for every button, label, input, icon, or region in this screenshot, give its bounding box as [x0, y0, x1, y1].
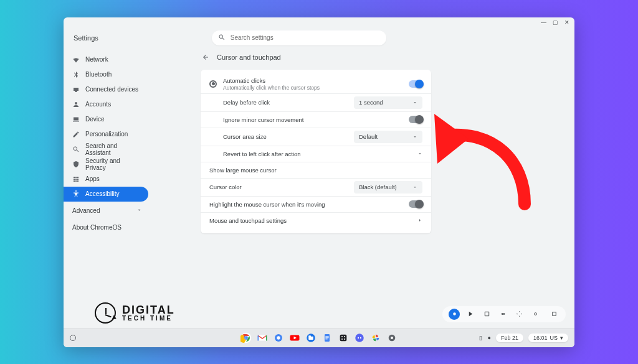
select-cursor-color[interactable]: Black (default)	[354, 181, 422, 194]
toggle-highlight-moving[interactable]	[409, 200, 422, 208]
svg-point-28	[391, 337, 393, 339]
svg-rect-17	[325, 337, 328, 338]
status-pill-time[interactable]: 16:01 US ▾	[528, 334, 568, 342]
select-delay[interactable]: 1 second	[354, 96, 422, 109]
quick-autoclick-button[interactable]	[449, 309, 460, 320]
docs-icon[interactable]	[321, 332, 333, 343]
quick-dock-icon[interactable]	[548, 309, 559, 320]
svg-rect-13	[308, 337, 313, 340]
chevron-down-icon	[412, 100, 417, 105]
row-automatic-clicks: Automatic clicks Automatically click whe…	[201, 75, 431, 93]
sidebar-item-device[interactable]: Device	[64, 112, 151, 127]
radio-selected-icon	[209, 80, 217, 88]
accessibility-quick-menu	[442, 306, 566, 322]
sidebar-item-label: Accounts	[85, 101, 111, 108]
toggle-automatic-clicks[interactable]	[409, 80, 422, 88]
gmail-icon[interactable]	[257, 332, 268, 343]
photos-icon[interactable]	[370, 332, 381, 343]
sidebar-item-search-assistant[interactable]: Search and Assistant	[64, 142, 151, 157]
sidebar-item-label: Bluetooth	[85, 71, 112, 78]
svg-point-0	[453, 312, 456, 315]
setting-label: Revert to left click after action	[223, 151, 301, 157]
toggle-ignore-minor[interactable]	[409, 116, 422, 123]
chevron-down-icon	[412, 134, 417, 139]
row-delay-before-click: Delay before click 1 second	[201, 93, 431, 111]
sidebar-about[interactable]: About ChromeOS	[64, 217, 151, 238]
sidebar-item-label: Apps	[85, 175, 100, 182]
app-title: Settings	[71, 34, 98, 42]
svg-rect-18	[325, 338, 327, 339]
clock-logo-icon	[95, 302, 116, 324]
setting-label: Mouse and touchpad settings	[209, 217, 287, 224]
setting-label: Ignore minor cursor movement	[223, 116, 303, 123]
settings-app-icon[interactable]	[386, 332, 398, 343]
tray-time: 16:01	[533, 335, 548, 341]
sidebar-item-connected-devices[interactable]: Connected devices	[64, 82, 151, 97]
chat-icon[interactable]	[273, 332, 284, 343]
main-area: Cursor and touchpad Automatic clicks Aut…	[151, 49, 574, 347]
sidebar-item-network[interactable]: Network	[64, 52, 151, 67]
sidebar-item-apps[interactable]: Apps	[64, 172, 151, 187]
tray-locale: US	[550, 335, 558, 341]
pen-icon	[72, 131, 80, 138]
search-icon	[72, 146, 80, 153]
back-arrow-icon	[202, 54, 209, 61]
svg-point-10	[277, 336, 280, 339]
panel-header: Cursor and touchpad	[201, 50, 431, 65]
logo-line1: DIGITAL	[122, 304, 175, 315]
close-icon[interactable]: ✕	[564, 19, 569, 26]
app-icon[interactable]	[338, 332, 349, 343]
sidebar-item-label: Security and Privacy	[85, 157, 142, 171]
sidebar-item-accessibility[interactable]: Accessibility	[64, 187, 148, 202]
back-button[interactable]	[201, 52, 211, 62]
quick-left-click-icon[interactable]	[465, 309, 476, 320]
settings-card: Automatic clicks Automatically click whe…	[201, 70, 431, 233]
row-mouse-touchpad-settings[interactable]: Mouse and touchpad settings	[201, 212, 431, 228]
chrome-icon[interactable]	[240, 332, 252, 343]
quick-right-click-icon[interactable]	[481, 309, 492, 320]
row-cursor-color: Cursor color Black (default)	[201, 178, 431, 196]
launcher-icon[interactable]	[70, 335, 76, 341]
sidebar-advanced[interactable]: Advanced	[64, 202, 151, 217]
search-icon	[218, 34, 226, 42]
row-revert-left-click: Revert to left click after action	[201, 146, 431, 162]
system-tray[interactable]: ▯ ● Feb 21 16:01 US ▾	[479, 334, 568, 342]
select-cursor-area[interactable]: Default	[354, 131, 422, 143]
chevron-down-icon	[417, 151, 422, 157]
sidebar-item-label: Search and Assistant	[85, 142, 142, 156]
watermark-logo: DIGITAL TECH TIME	[95, 302, 175, 324]
row-cursor-area-size: Cursor area size Default	[201, 128, 431, 146]
setting-subtitle: Automatically click when the cursor stop…	[223, 85, 320, 91]
sidebar-item-accounts[interactable]: Accounts	[64, 97, 151, 112]
search-input[interactable]	[231, 34, 380, 41]
person-icon	[72, 101, 80, 108]
sidebar-item-personalization[interactable]: Personalization	[64, 127, 151, 142]
discord-icon[interactable]	[354, 332, 365, 343]
setting-label: Cursor area size	[223, 133, 267, 140]
svg-point-20	[341, 336, 343, 337]
status-pill[interactable]: Feb 21	[496, 334, 523, 342]
youtube-icon[interactable]	[289, 332, 300, 343]
minimize-icon[interactable]: —	[541, 19, 546, 26]
settings-panel: Cursor and touchpad Automatic clicks Aut…	[201, 49, 431, 347]
chevron-down-icon	[412, 185, 417, 190]
sidebar-item-label: Personalization	[85, 131, 128, 138]
shelf: ▯ ● Feb 21 16:01 US ▾	[64, 329, 574, 347]
files-icon[interactable]	[305, 332, 317, 343]
select-value: 1 second	[359, 99, 383, 106]
quick-drag-icon[interactable]	[513, 309, 525, 320]
quick-scroll-icon[interactable]	[530, 309, 541, 320]
svg-rect-16	[325, 336, 328, 337]
setting-label: Show large mouse cursor	[209, 167, 277, 174]
wifi-small-icon: ▾	[560, 335, 563, 341]
setting-label: Delay before click	[223, 99, 270, 106]
search-box[interactable]	[212, 30, 386, 45]
sidebar-item-bluetooth[interactable]: Bluetooth	[64, 67, 151, 82]
panel-title: Cursor and touchpad	[217, 54, 281, 61]
chevron-right-icon	[417, 217, 422, 224]
maximize-icon[interactable]: ▢	[553, 19, 558, 26]
quick-double-click-icon[interactable]	[497, 309, 508, 320]
row-show-large-cursor[interactable]: Show large mouse cursor	[201, 162, 431, 178]
sidebar-item-security-privacy[interactable]: Security and Privacy	[64, 157, 151, 172]
sidebar-item-label: Connected devices	[85, 86, 138, 93]
